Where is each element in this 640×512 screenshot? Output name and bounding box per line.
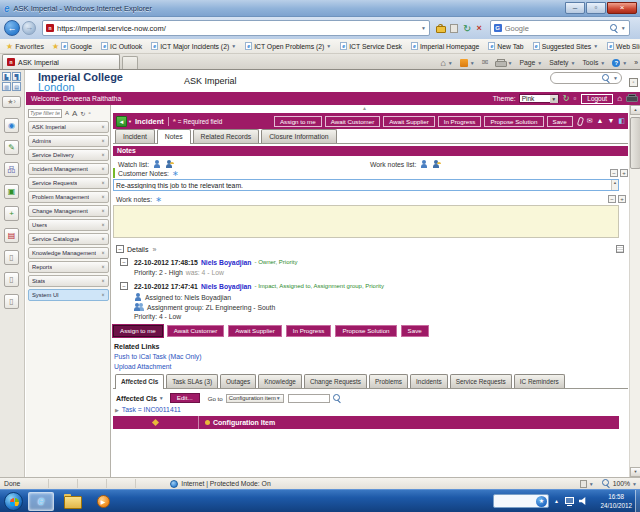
favorites-label[interactable]: Favorites [15, 43, 44, 50]
sidebar-item-service-delivery[interactable]: Service Delivery» [28, 149, 109, 161]
tray-widget[interactable]: ★ [493, 494, 549, 508]
column-header-configuration-item[interactable]: Configuration Item [213, 419, 275, 426]
sidebar-item-change-management[interactable]: Change Management» [28, 205, 109, 217]
tab-outages[interactable]: Outages [220, 374, 256, 388]
collapse-entry-icon[interactable]: − [120, 258, 128, 266]
tray-badge-icon[interactable]: ★ [536, 496, 547, 507]
layout-rows-icon[interactable]: ▤ [12, 82, 21, 91]
taskbar-media-player-button[interactable]: ▶ [90, 492, 116, 511]
collapse-field-icon[interactable]: − [608, 195, 616, 203]
field-list-icon[interactable] [616, 245, 624, 253]
safety-menu[interactable]: Safety▼ [549, 59, 575, 66]
scroll-up-arrow-icon[interactable]: ▲ [630, 105, 640, 115]
assign-to-me-button[interactable]: Assign to me [274, 116, 322, 127]
activity-stream-icon[interactable]: ◧ [618, 116, 625, 126]
sidebar-item-service-catalogue[interactable]: Service Catalogue» [28, 233, 109, 245]
home-button[interactable]: ⌂▼ [440, 58, 452, 68]
chevron-down-icon[interactable]: ▼ [326, 43, 331, 49]
theme-select[interactable]: Pink▼ [519, 94, 559, 103]
nav-refresh-icon[interactable]: ↻ [80, 110, 85, 117]
details-chevrons-icon[interactable]: » [152, 246, 156, 253]
link-upload-attachment[interactable]: Upload Attachment [114, 363, 171, 370]
tools-menu[interactable]: Tools▼ [582, 59, 605, 66]
toggle-panel-icon[interactable]: ▫ [573, 94, 576, 103]
in-progress-button[interactable]: In Progress [286, 325, 332, 337]
tab-ic-reminders[interactable]: IC Reminders [514, 374, 565, 388]
scrollbar-spinner-icon[interactable]: ▲ [611, 180, 618, 190]
breadcrumb-link[interactable]: Task = INC0011411 [122, 406, 181, 413]
taskbar-clock[interactable]: 16:58 24/10/2012 [600, 492, 632, 510]
propose-solution-button[interactable]: Propose Solution [484, 116, 543, 127]
browser-search-box[interactable]: G ▼ [490, 20, 630, 36]
edit-page-icon[interactable]: ✎ [4, 140, 19, 155]
tab-knowledge[interactable]: Knowledge [258, 374, 302, 388]
favorite-ic-outlook[interactable]: eIC Outlook [101, 42, 142, 50]
tab-incidents[interactable]: Incidents [410, 374, 448, 388]
scrollbar-thumb[interactable] [630, 117, 640, 169]
show-hidden-icons-button[interactable]: ▲ [554, 498, 559, 504]
refresh-icon[interactable]: ↻ [463, 24, 471, 33]
link-push-to-ical[interactable]: Push to iCal Task (Mac Only) [114, 353, 202, 360]
font-small-icon[interactable]: A [65, 110, 69, 116]
address-field[interactable]: n https://imperial.service-now.com/ ▼ [42, 20, 430, 36]
zoom-magnifier-icon[interactable] [602, 479, 611, 488]
new-record-icon[interactable]: ▣ [4, 184, 19, 199]
start-button[interactable] [4, 492, 23, 511]
document-icon[interactable]: ▯ [4, 250, 19, 265]
bookmarks-star-button[interactable]: ★› [2, 96, 21, 108]
network-icon[interactable] [564, 497, 574, 506]
browser-search-input[interactable] [502, 24, 610, 33]
taskbar-ie-button[interactable]: e [28, 492, 54, 511]
compatibility-view-icon[interactable] [450, 24, 458, 33]
overflow-chevron-icon[interactable]: » [634, 59, 638, 66]
zoom-level[interactable]: 100% [613, 480, 630, 487]
compatibility-status-icon[interactable] [580, 480, 587, 488]
layout-split-left-icon[interactable]: ▙ [2, 72, 11, 81]
sidebar-item-service-requests[interactable]: Service Requests» [28, 177, 109, 189]
sidebar-item-users[interactable]: Users» [28, 219, 109, 231]
tab-problems[interactable]: Problems [369, 374, 408, 388]
goto-select[interactable]: Configuration item▼ [226, 394, 284, 403]
forward-button[interactable]: → [22, 21, 36, 35]
work-notes-textarea[interactable] [113, 205, 619, 238]
feeds-button[interactable]: ▼ [460, 59, 475, 67]
search-magnifier-icon[interactable] [610, 24, 619, 33]
maximize-button[interactable]: ▫ [586, 2, 606, 14]
assign-to-me-button[interactable]: Assign to me [113, 325, 163, 337]
await-customer-button[interactable]: Await Customer [325, 116, 381, 127]
save-button[interactable]: Save [547, 116, 573, 127]
sidebar-item-admins[interactable]: Admins» [28, 135, 109, 147]
chevron-down-icon[interactable]: ▼ [589, 481, 594, 487]
activity-user-link[interactable]: Niels Boyadjian [201, 259, 252, 266]
goto-search-input[interactable] [288, 394, 330, 403]
edit-list-button[interactable]: Edit... [170, 393, 200, 403]
layout-split-right-icon[interactable]: ▜ [12, 72, 21, 81]
collapse-field-icon[interactable]: − [610, 169, 618, 177]
favorite-new-tab[interactable]: eNew Tab [488, 42, 523, 50]
tab-closure-information[interactable]: Closure Information [261, 129, 336, 143]
await-supplier-button[interactable]: Await Supplier [228, 325, 281, 337]
incident-icon[interactable]: ◄ [116, 116, 127, 127]
favorite-google[interactable]: eGoogle [61, 42, 92, 50]
sidebar-item-ask-imperial[interactable]: ASK Imperial» [28, 121, 109, 133]
collapse-banner-button[interactable]: ▫ [629, 78, 638, 87]
sidebar-item-system-ui[interactable]: System UI» [28, 289, 109, 301]
refresh-theme-icon[interactable]: ↻ [563, 94, 570, 103]
theme-dropdown-icon[interactable]: ▼ [550, 95, 558, 103]
new-tab-button[interactable] [122, 56, 138, 69]
save-button[interactable]: Save [401, 325, 429, 337]
help-menu[interactable]: ?▼ [612, 59, 627, 67]
search-dropdown-icon[interactable]: ▼ [621, 25, 626, 31]
global-search-box[interactable]: ▼ [550, 72, 622, 84]
add-favorite-icon[interactable]: ★ [52, 42, 59, 51]
favorite-ict-open-problems[interactable]: eICT Open Problems (2)▼ [245, 42, 331, 50]
stop-icon[interactable]: × [476, 23, 481, 33]
row-selector-column[interactable] [113, 416, 199, 429]
close-button[interactable]: × [607, 2, 637, 14]
favorite-ict-service-desk[interactable]: eICT Service Desk [340, 42, 402, 50]
print-page-icon[interactable] [626, 94, 636, 104]
nav-collapse-icon[interactable]: ▫ [88, 110, 90, 116]
sidebar-item-problem-management[interactable]: Problem Management» [28, 191, 109, 203]
email-icon[interactable]: ✉ [587, 116, 593, 126]
zoom-dropdown-icon[interactable]: ▼ [632, 481, 637, 487]
